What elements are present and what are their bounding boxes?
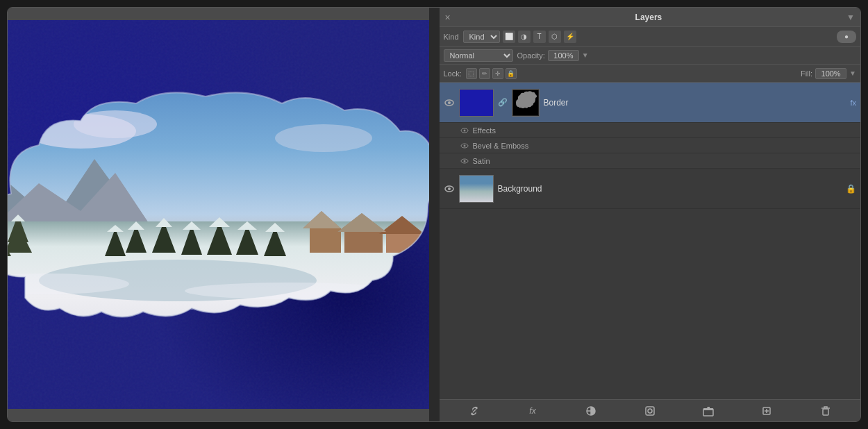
layer-thumb-border-mask xyxy=(512,89,540,117)
lock-image-pixels-btn[interactable]: ✏ xyxy=(479,68,490,79)
panel-menu-icon[interactable]: ▼ xyxy=(846,12,855,22)
layer-name-background: Background xyxy=(498,184,842,194)
effects-label: Effects xyxy=(473,126,496,135)
svg-point-51 xyxy=(648,409,652,413)
svg-rect-29 xyxy=(344,232,383,253)
lock-all-btn[interactable]: 🔒 xyxy=(506,68,517,79)
blend-mode-row: Normal Opacity: 100% ▼ xyxy=(440,47,861,65)
svg-point-3 xyxy=(275,124,372,152)
layer-name-border: Border xyxy=(544,98,846,108)
bevel-visibility-icon[interactable] xyxy=(460,142,469,150)
svg-rect-56 xyxy=(823,409,828,415)
canvas-area xyxy=(8,8,429,421)
layer-link-btn[interactable] xyxy=(467,403,482,419)
effects-item-satin[interactable]: Satin xyxy=(440,153,861,169)
layer-item-border[interactable]: 🔗 Border fx xyxy=(440,83,861,123)
layer-fx-border[interactable]: fx xyxy=(850,99,856,107)
layer-lock-icon: 🔒 xyxy=(846,184,856,194)
effects-item-header: Effects xyxy=(440,123,861,138)
filter-type-icon[interactable]: T xyxy=(533,31,546,43)
cloud-cutout xyxy=(8,83,429,346)
filter-smart-icon[interactable]: ⚡ xyxy=(564,31,576,43)
svg-rect-27 xyxy=(310,228,341,253)
opacity-label: Opacity: xyxy=(517,51,545,60)
svg-point-38 xyxy=(448,101,451,104)
lock-label: Lock: xyxy=(444,69,462,78)
fill-label: Fill: xyxy=(801,69,812,78)
satin-label: Satin xyxy=(473,157,490,165)
lock-transparent-pixels-btn[interactable]: ⬚ xyxy=(466,68,477,79)
svg-point-41 xyxy=(463,129,465,131)
bevel-label: Bevel & Emboss xyxy=(473,142,529,150)
layers-panel-header: × Layers ▼ xyxy=(440,8,861,27)
layers-filter-toolbar: Kind Kind ⬜ ◑ T ⬡ ⚡ ● xyxy=(440,27,861,47)
layer-item-background[interactable]: Background 🔒 xyxy=(440,169,861,209)
lock-fill-row: Lock: ⬚ ✏ ✛ 🔒 Fill: 100% ▼ xyxy=(440,65,861,83)
opacity-dropdown-icon[interactable]: ▼ xyxy=(582,51,589,59)
layer-visibility-background[interactable] xyxy=(444,183,455,194)
svg-point-43 xyxy=(463,144,465,146)
svg-point-2 xyxy=(74,110,157,138)
filter-adjustment-icon[interactable]: ◑ xyxy=(518,31,531,43)
filter-kind-select[interactable]: Kind xyxy=(463,31,500,43)
layer-visibility-border[interactable] xyxy=(444,97,455,108)
svg-point-45 xyxy=(463,160,465,162)
layers-panel: × Layers ▼ Kind Kind ⬜ ◑ T ⬡ ⚡ ● Normal … xyxy=(440,8,861,421)
panel-close-button[interactable]: × xyxy=(445,12,451,23)
filter-shape-icon[interactable]: ⬡ xyxy=(549,31,561,43)
new-fill-adjustment-btn[interactable] xyxy=(583,403,599,419)
delete-layer-btn[interactable] xyxy=(818,403,833,419)
effects-visibility-icon[interactable] xyxy=(460,126,469,135)
layers-list: 🔗 Border fx Effects xyxy=(440,83,861,399)
app-window: × Layers ▼ Kind Kind ⬜ ◑ T ⬡ ⚡ ● Normal … xyxy=(7,7,861,422)
right-stripe xyxy=(429,8,440,421)
new-group-btn[interactable] xyxy=(701,403,716,419)
layer-thumb-border-fill xyxy=(459,89,494,117)
svg-point-36 xyxy=(185,283,393,299)
filter-label: Kind xyxy=(444,33,459,41)
lock-position-btn[interactable]: ✛ xyxy=(492,68,503,79)
layer-link-icon: 🔗 xyxy=(498,98,508,108)
blend-mode-select[interactable]: Normal xyxy=(444,49,513,62)
opacity-value[interactable]: 100% xyxy=(548,50,579,61)
fill-dropdown-icon[interactable]: ▼ xyxy=(849,69,856,77)
add-mask-btn[interactable] xyxy=(642,403,658,419)
canvas-content xyxy=(8,20,429,409)
new-layer-btn[interactable] xyxy=(759,403,774,419)
layer-thumb-background xyxy=(459,175,494,203)
svg-point-47 xyxy=(448,187,451,190)
svg-rect-50 xyxy=(646,407,654,415)
filter-pixel-icon[interactable]: ⬜ xyxy=(503,31,515,43)
effects-item-bevel[interactable]: Bevel & Emboss xyxy=(440,138,861,153)
fill-value[interactable]: 100% xyxy=(815,68,846,79)
layers-bottom-toolbar: fx xyxy=(440,399,861,421)
layers-panel-title: Layers xyxy=(635,12,662,22)
filter-toggle[interactable]: ● xyxy=(837,31,856,43)
opacity-row: Opacity: 100% ▼ xyxy=(517,50,589,61)
svg-line-48 xyxy=(473,410,476,412)
layer-fx-btn[interactable]: fx xyxy=(525,403,540,419)
fill-row: Fill: 100% ▼ xyxy=(801,68,856,79)
svg-rect-31 xyxy=(386,234,421,253)
satin-visibility-icon[interactable] xyxy=(460,157,469,165)
lock-icons-group: ⬚ ✏ ✛ 🔒 xyxy=(466,68,517,79)
